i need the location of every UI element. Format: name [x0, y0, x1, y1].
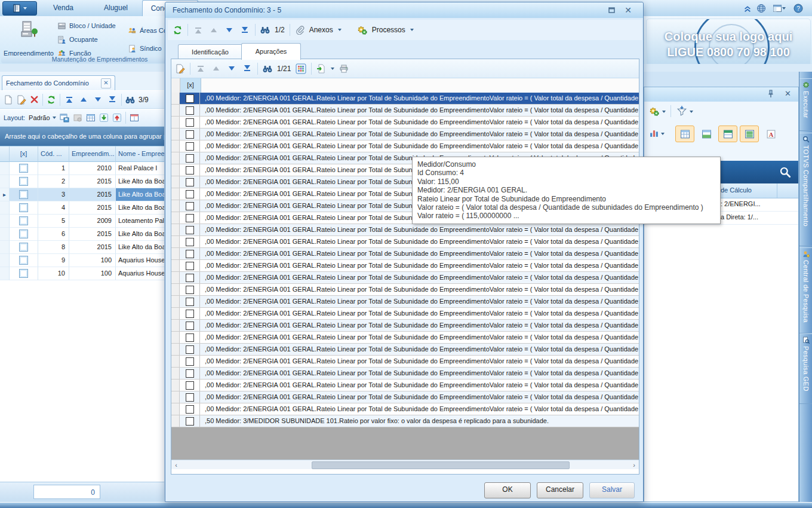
side-tab-totvs-compartilhamento[interactable]: TOTVS Compartilhamento — [799, 133, 812, 246]
row-checkbox[interactable] — [19, 229, 28, 238]
save-layout-icon[interactable] — [60, 113, 69, 123]
layout-dropdown[interactable]: Padrão — [29, 114, 56, 121]
view-grid-button[interactable] — [675, 126, 694, 142]
checkbox-column-header[interactable]: [x] — [10, 146, 38, 162]
pin-icon[interactable] — [767, 90, 774, 98]
row-checkbox[interactable] — [186, 202, 194, 210]
close-icon[interactable]: ✕ — [623, 5, 633, 15]
first-record-icon[interactable] — [195, 63, 206, 74]
grid-row[interactable]: ,00 Medidor: 2/ENERGIA 001 GERAL.Rateio … — [171, 105, 639, 117]
checkbox-cell[interactable] — [10, 175, 38, 188]
delete-layout-icon[interactable] — [73, 113, 82, 123]
row-checkbox[interactable] — [19, 177, 28, 186]
anexos-label[interactable]: Anexos — [309, 26, 333, 34]
export-icon[interactable] — [316, 64, 326, 74]
row-checkbox[interactable] — [186, 405, 194, 414]
checkbox-cell[interactable] — [180, 224, 200, 235]
collapse-ribbon-icon[interactable] — [742, 3, 753, 14]
table-row[interactable]: 82015Like Alto da Boa — [0, 241, 164, 254]
globe-icon[interactable] — [756, 3, 767, 14]
row-checkbox[interactable] — [186, 262, 194, 270]
row-checkbox[interactable] — [186, 214, 194, 222]
checkbox-cell[interactable] — [180, 403, 200, 415]
search-binoculars-icon[interactable] — [263, 64, 272, 74]
checkbox-cell[interactable] — [180, 212, 200, 224]
row-checkbox[interactable] — [186, 130, 194, 139]
row-checkbox[interactable] — [186, 322, 194, 330]
footer-count-box[interactable]: 0 — [33, 485, 100, 499]
last-record-icon[interactable] — [239, 25, 250, 35]
row-checkbox[interactable] — [186, 274, 194, 282]
checkbox-cell[interactable] — [180, 176, 200, 188]
checkbox-cell[interactable] — [180, 164, 200, 176]
scrollbar-thumb[interactable] — [312, 461, 570, 469]
checkbox-cell[interactable] — [180, 117, 200, 128]
row-checkbox[interactable] — [186, 118, 194, 127]
row-checkbox[interactable] — [19, 190, 28, 199]
grid-row[interactable]: ,00 Medidor: 2/ENERGIA 001 GERAL.Rateio … — [171, 284, 639, 296]
first-record-icon[interactable] — [64, 94, 75, 105]
side-tab-central-de-pesquisa[interactable]: Central de Pesquisa — [799, 247, 812, 333]
checkbox-cell[interactable] — [180, 152, 200, 164]
process-gear-icon[interactable] — [357, 25, 367, 35]
chart-icon[interactable] — [649, 128, 659, 138]
next-record-icon[interactable] — [93, 94, 103, 105]
scroll-right-arrow[interactable]: › — [630, 461, 638, 469]
checkbox-cell[interactable] — [180, 128, 200, 140]
application-menu-button[interactable] — [2, 1, 37, 16]
row-checkbox[interactable] — [19, 164, 28, 173]
table-row[interactable]: 42015Like Alto da Boa — [0, 201, 164, 215]
close-icon[interactable]: ✕ — [101, 78, 111, 88]
checkbox-cell[interactable] — [10, 201, 38, 215]
checkbox-cell[interactable] — [180, 415, 200, 427]
cod-column-header[interactable]: Cód. ... — [38, 146, 69, 162]
chevron-down-icon[interactable] — [331, 68, 334, 70]
grid-row[interactable]: ,00 Medidor: 2/ENERGIA 001 GERAL.Rateio … — [171, 332, 639, 344]
font-style-button[interactable]: A — [761, 126, 780, 142]
checkbox-cell[interactable] — [180, 320, 200, 331]
grid-row[interactable]: ,00 Medidor: 2/ENERGIA 001 GERAL.Rateio … — [171, 117, 639, 128]
last-record-icon[interactable] — [242, 63, 253, 74]
bloco-unidade-button[interactable]: Bloco / Unidade — [57, 20, 116, 32]
group-by-hint-bar[interactable]: Arraste aqui o cabeçalho de uma coluna p… — [0, 127, 164, 146]
grid-row[interactable]: ,00 Medidor: 2/ENERGIA 001 GERAL.Rateio … — [171, 391, 639, 403]
checkbox-cell[interactable] — [180, 188, 200, 200]
row-checkbox[interactable] — [186, 142, 194, 151]
row-checkbox[interactable] — [186, 286, 194, 294]
checkbox-cell[interactable] — [10, 162, 38, 175]
row-checkbox[interactable] — [186, 238, 194, 246]
grid-row[interactable]: ,00 Medidor: 2/ENERGIA 001 GERAL.Rateio … — [171, 128, 639, 140]
row-checkbox[interactable] — [186, 369, 194, 378]
grid-row[interactable]: ,00 Medidor: 2/ENERGIA 001 GERAL.Rateio … — [171, 93, 639, 105]
empreendimento-button[interactable]: Empreendimento — [1, 19, 56, 58]
ocupante-button[interactable]: Ocupante — [57, 33, 98, 45]
grid-row[interactable]: ,00 Medidor: 2/ENERGIA 001 GERAL.Rateio … — [171, 368, 639, 380]
grid-row[interactable]: ,00 Medidor: 2/ENERGIA 001 GERAL.Rateio … — [171, 320, 639, 332]
row-checkbox[interactable] — [186, 310, 194, 318]
ribbon-tab-venda[interactable]: Venda — [37, 0, 90, 16]
edit-record-icon[interactable] — [17, 95, 26, 105]
nome-column-header[interactable]: Nome - Empree — [116, 146, 164, 162]
grid-row[interactable]: ,00 Medidor: 2/ENERGIA 001 GERAL.Rateio … — [171, 248, 639, 260]
checkbox-cell[interactable] — [180, 296, 200, 307]
search-binoculars-icon[interactable] — [260, 25, 270, 35]
row-checkbox[interactable] — [186, 226, 194, 234]
checkbox-cell[interactable] — [10, 241, 38, 254]
table-row[interactable]: 52009Loteamento Pal — [0, 215, 164, 228]
print-icon[interactable] — [339, 64, 349, 74]
help-icon[interactable]: ? — [793, 3, 804, 14]
grid-row[interactable]: ,00 Medidor: 2/ENERGIA 001 GERAL.Rateio … — [171, 344, 639, 356]
row-checkbox[interactable] — [186, 417, 194, 426]
grid-layout-icon[interactable] — [86, 113, 96, 123]
row-checkbox[interactable] — [19, 203, 28, 212]
grid-row[interactable]: ,00 Medidor: 2/ENERGIA 001 GERAL.Rateio … — [171, 356, 639, 368]
checkbox-cell[interactable] — [10, 188, 38, 201]
row-checkbox[interactable] — [19, 216, 28, 225]
chevron-down-icon[interactable] — [690, 111, 693, 113]
checkbox-column-header[interactable]: [x] — [180, 78, 201, 93]
window-layout-icon[interactable] — [771, 3, 787, 14]
table-row[interactable]: 22015Like Alto da Boa — [0, 175, 164, 188]
save-button[interactable]: Salvar — [589, 482, 635, 498]
row-checkbox[interactable] — [19, 269, 28, 278]
row-checkbox[interactable] — [186, 94, 194, 103]
